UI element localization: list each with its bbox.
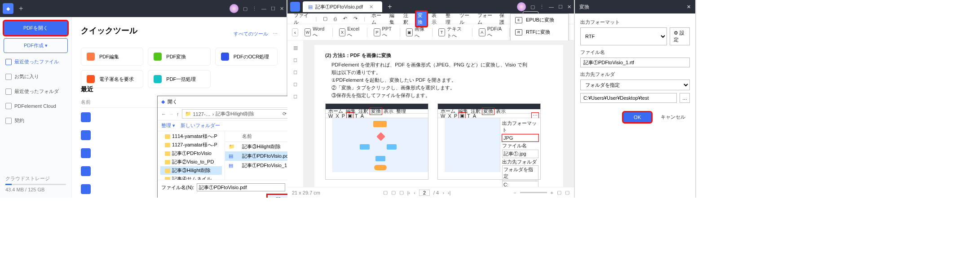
recent-file-item[interactable] <box>81 130 91 140</box>
browse-button[interactable]: … <box>680 93 690 103</box>
app-logo: ◆ <box>3 3 13 14</box>
folder-tree-item[interactable]: 記事①PDFtoVisio <box>160 149 222 158</box>
convert-image-button[interactable]: ▣画像へ <box>402 24 429 41</box>
titlebar: ◆ + ▢ ⋮ — ☐ ✕ <box>0 0 287 17</box>
screenshot-thumbnail: ホーム編集注釈変換表示整理 WXP▣TA <box>325 103 428 180</box>
search-icon[interactable]: ◻ <box>293 81 297 87</box>
folder-tree-item[interactable]: 1114-yamatar様へ-P <box>160 132 222 141</box>
folder-tree-item[interactable]: 1127-yamatar様へ-P <box>160 141 222 149</box>
zoom-in-icon[interactable]: + <box>551 190 553 195</box>
folder-tree-item[interactable]: 記事④サムネイル <box>160 175 222 180</box>
sidebar-item-recent-files[interactable]: 最近使ったファイル <box>4 56 68 68</box>
undo-icon[interactable]: ↶ <box>341 15 349 22</box>
minimize-icon[interactable]: — <box>549 4 554 9</box>
format-select[interactable]: RTF <box>580 27 667 45</box>
kebab-icon[interactable]: ⋮ <box>252 6 257 12</box>
zoom-slider[interactable] <box>520 192 547 193</box>
recent-file-item[interactable] <box>81 184 91 194</box>
convert-text-button[interactable]: Tテキストへ <box>435 24 469 41</box>
minimize-icon[interactable]: — <box>261 6 266 11</box>
convert-excel-button[interactable]: XExcelへ <box>335 24 365 40</box>
zoom-out-icon[interactable]: − <box>513 190 516 195</box>
page-input[interactable] <box>419 190 430 196</box>
save-icon[interactable]: ▢ <box>321 15 329 22</box>
filename-label: ファイル名(N): <box>161 184 194 191</box>
new-tab-button[interactable]: + <box>19 4 23 13</box>
refresh-icon[interactable]: ⟳ <box>283 111 287 117</box>
folder-tree-item[interactable]: 記事②Visio_to_PD <box>160 158 222 166</box>
page-last-icon[interactable]: ›| <box>448 190 451 195</box>
folder-tree[interactable]: 1114-yamatar様へ-P1127-yamatar様へ-P記事①PDFto… <box>158 131 225 180</box>
status-icon[interactable]: ▢ <box>383 190 388 195</box>
new-folder-button[interactable]: 新しいフォルダー <box>181 122 220 129</box>
settings-button[interactable]: ⚙ 設定 <box>670 27 690 45</box>
panel-close-icon[interactable]: ✕ <box>687 4 691 10</box>
convert-word-button[interactable]: WWordへ <box>301 24 330 40</box>
organize-button[interactable]: 整理 ▾ <box>161 122 175 129</box>
tab-close-icon[interactable]: ✕ <box>369 4 373 10</box>
filename-input[interactable] <box>197 183 285 191</box>
dialog-app-icon: ◆ <box>161 99 165 105</box>
nav-back-icon[interactable]: ← <box>161 111 166 117</box>
chat-icon[interactable]: ▢ <box>530 4 535 10</box>
bookmark-icon[interactable]: ◻ <box>293 57 297 63</box>
create-pdf-button[interactable]: PDF作成 ▾ <box>4 38 68 53</box>
new-tab-button[interactable]: + <box>388 3 392 11</box>
all-tools-link[interactable]: すべてのツール <box>234 31 268 37</box>
close-icon[interactable]: ✕ <box>567 4 571 10</box>
tool-batch[interactable]: PDF一括処理 <box>148 70 210 88</box>
quicktools-title: クイックツール <box>81 25 137 36</box>
layers-icon[interactable]: ◻ <box>293 93 297 99</box>
status-icon[interactable]: ▢ <box>399 190 404 195</box>
chevron-down-icon: ▾ <box>45 43 48 48</box>
dest-path-input[interactable] <box>580 93 677 103</box>
chat-icon[interactable]: ▢ <box>243 6 247 12</box>
document-viewport[interactable]: (2) 方法1：PDF を画像に変換 PDFelement を使用すれば、PDF… <box>304 40 574 187</box>
user-avatar[interactable] <box>230 4 238 13</box>
sidebar-item-favorites[interactable]: お気に入り <box>4 71 68 83</box>
maximize-icon[interactable]: ☐ <box>271 6 275 12</box>
attachment-icon[interactable]: ◻ <box>293 69 297 75</box>
status-icon[interactable]: ▢ <box>391 190 396 195</box>
print-icon[interactable]: ⎙ <box>332 15 339 22</box>
page-first-icon[interactable]: |‹ <box>407 190 411 195</box>
view-mode-icon[interactable]: ▢ <box>565 190 569 195</box>
redo-icon[interactable]: ↷ <box>352 15 359 22</box>
filename-input[interactable] <box>580 58 690 67</box>
tool-esign[interactable]: 電子署名を要求 <box>81 70 143 88</box>
recent-file-item[interactable] <box>81 112 91 122</box>
breadcrumb[interactable]: 📁 1127-…› 記事③Hilight削除 ⟳ <box>182 109 290 119</box>
recent-file-item[interactable] <box>81 166 91 176</box>
folder-tree-item[interactable]: 記事③Hilight削除 <box>160 166 222 175</box>
fit-icon[interactable]: ▢ <box>557 190 561 195</box>
open-pdf-button[interactable]: PDFを開く <box>4 21 68 35</box>
nav-forward-icon[interactable]: → <box>169 111 174 117</box>
convert-ppt-button[interactable]: PPPTへ <box>370 24 397 40</box>
nav-up-icon[interactable]: ↑ <box>177 111 179 117</box>
tool-pdf-edit[interactable]: PDF編集 <box>81 48 143 66</box>
page-next-icon[interactable]: › <box>442 190 444 195</box>
document-tab[interactable]: ▤ 記事①PDFtoVisio.pdf ✕ <box>303 1 382 12</box>
tool-pdf-convert[interactable]: PDF変換 <box>148 48 210 66</box>
ok-button[interactable]: OK <box>623 112 652 123</box>
tool-pdf-ocr[interactable]: PDFのOCR処理 <box>215 48 278 66</box>
nav-left-icon[interactable]: ‹ <box>292 28 298 36</box>
sidebar-item-contract[interactable]: 契約 <box>4 115 68 127</box>
thumbnails-icon[interactable]: ▥ <box>293 45 298 51</box>
dropdown-epub[interactable]: EEPUBに変換 <box>511 14 568 26</box>
more-icon[interactable]: ⋯ <box>273 31 278 37</box>
recent-file-item[interactable] <box>81 148 91 158</box>
page-prev-icon[interactable]: ‹ <box>414 190 415 195</box>
user-avatar[interactable] <box>517 2 526 11</box>
maximize-icon[interactable]: ☐ <box>558 4 563 10</box>
dropdown-rtf[interactable]: RRTFに変換 <box>511 26 568 38</box>
sidebar-item-recent-folders[interactable]: 最近使ったフォルダ <box>4 85 68 97</box>
convert-pdfa-button[interactable]: APDF/Aへ <box>475 24 507 40</box>
close-icon[interactable]: ✕ <box>280 6 284 12</box>
cancel-button[interactable]: キャンセル <box>656 111 690 123</box>
page-size-label: 21 x 29.7 cm <box>292 190 320 195</box>
sidebar-item-cloud[interactable]: PDFelement Cloud <box>4 100 68 112</box>
kebab-icon[interactable]: ⋮ <box>539 4 544 10</box>
dest-select[interactable]: フォルダを指定 <box>580 80 690 90</box>
filename-label: ファイル名 <box>580 49 690 56</box>
